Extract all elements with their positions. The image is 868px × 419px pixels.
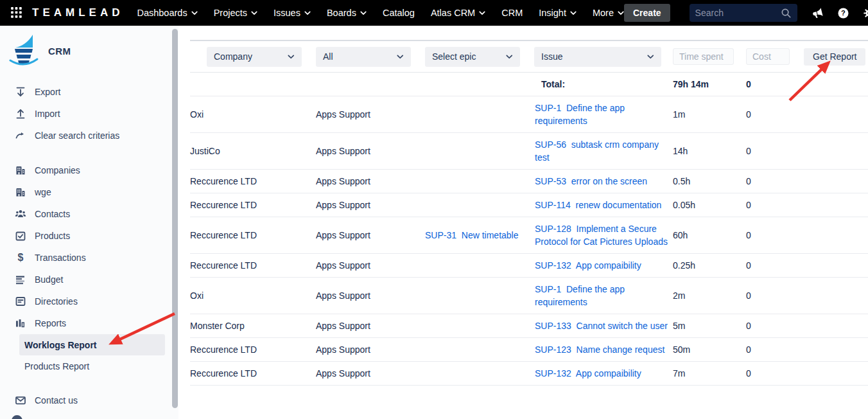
cost-cell: 0 xyxy=(746,170,810,193)
sidebar-item-clear-search-criterias[interactable]: Clear search criterias xyxy=(0,125,178,147)
issue-link[interactable]: SUP-1 Define the app requirements xyxy=(535,284,627,307)
epic-cell xyxy=(425,170,535,193)
issue-filter-select[interactable]: Issue xyxy=(534,47,661,67)
project-cell: Apps Support xyxy=(316,362,425,386)
chevron-down-icon xyxy=(570,11,577,15)
issue-link[interactable]: SUP-1 Define the app requirements xyxy=(535,103,627,126)
time-spent-cell: 50m xyxy=(673,338,746,362)
issue-cell: SUP-1 Define the app requirements xyxy=(535,278,673,314)
epic-filter-select[interactable]: Select epic xyxy=(425,47,520,67)
issue-link[interactable]: SUP-53 error on the screen xyxy=(535,176,647,186)
epic-link[interactable]: SUP-31 New timetable xyxy=(425,230,519,240)
sidebar-item-label: Products Report xyxy=(24,361,89,371)
sidebar-item-companies[interactable]: Companies xyxy=(0,159,178,181)
issue-link[interactable]: SUP-128 Implement a Secure Protocol for … xyxy=(535,224,668,247)
issue-cell: SUP-123 Name change request xyxy=(535,338,673,362)
table-row: Reccurence LTD Apps Support SUP-132 App … xyxy=(190,362,868,386)
time-spent-input[interactable] xyxy=(673,48,734,65)
total-cost: 0 xyxy=(746,73,810,96)
company-cell: Reccurence LTD xyxy=(190,217,316,254)
issue-link[interactable]: SUP-56 subtask crm company test xyxy=(535,139,661,163)
sidebar-menu: Export Import Clear search criterias Com… xyxy=(0,81,178,411)
project-cell: Apps Support xyxy=(316,170,425,193)
nav-item-projects[interactable]: Projects xyxy=(214,8,257,18)
settings-gear-icon[interactable] xyxy=(863,7,868,19)
get-report-button[interactable]: Get Report xyxy=(804,48,865,66)
transactions-icon: $ xyxy=(14,251,27,264)
sidebar-item-contacts[interactable]: Contacts xyxy=(0,203,178,225)
sidebar-item-budget[interactable]: Budget xyxy=(0,269,178,290)
global-search[interactable] xyxy=(690,4,797,22)
export-icon xyxy=(14,85,27,98)
project-filter-value: All xyxy=(323,51,333,62)
nav-item-crm[interactable]: CRM xyxy=(501,8,523,18)
issue-link[interactable]: SUP-132 App compaibility xyxy=(535,260,641,271)
help-circle-icon[interactable] xyxy=(12,415,22,419)
table-row: Oxi Apps Support SUP-1 Define the app re… xyxy=(190,96,868,133)
search-icon[interactable] xyxy=(781,8,792,19)
mail-icon xyxy=(14,394,27,407)
sidebar-item-wge[interactable]: wge xyxy=(0,181,178,203)
crm-sidebar: CRM Export Import Clear search criterias… xyxy=(0,26,178,419)
sidebar-item-directories[interactable]: Directories xyxy=(0,290,178,312)
sidebar-item-transactions[interactable]: $ Transactions xyxy=(0,247,178,269)
nav-item-label: Issues xyxy=(273,8,300,18)
time-spent-cell: 5m xyxy=(673,314,746,338)
directories-icon xyxy=(14,295,27,308)
time-spent-cell: 7m xyxy=(673,362,746,386)
sidebar-item-label: Contact us xyxy=(35,395,78,406)
company-cell: JustiCo xyxy=(190,133,316,170)
sidebar-scrollbar[interactable] xyxy=(172,29,178,408)
sidebar-item-reports[interactable]: Reports xyxy=(0,312,178,334)
issue-link[interactable]: SUP-132 App compaibility xyxy=(535,368,641,379)
nav-item-issues[interactable]: Issues xyxy=(273,8,311,18)
main-nav: Dashboards Projects Issues Boards Catalo… xyxy=(137,8,624,18)
nav-item-dashboards[interactable]: Dashboards xyxy=(137,8,197,18)
svg-text:?: ? xyxy=(841,9,846,17)
company-filter-select[interactable]: Company xyxy=(207,47,302,67)
nav-item-insight[interactable]: Insight xyxy=(539,8,577,18)
cost-cell: 0 xyxy=(746,217,810,254)
top-navbar: TEAMLEAD Dashboards Projects Issues Boar… xyxy=(0,0,868,26)
reports-icon xyxy=(14,317,27,330)
sidebar-item-import[interactable]: Import xyxy=(0,103,178,125)
time-spent-cell: 60h xyxy=(673,217,746,254)
issue-cell: SUP-53 error on the screen xyxy=(535,170,673,193)
sidebar-item-worklogs-report[interactable]: Worklogs Report xyxy=(19,334,165,355)
epic-cell: SUP-31 New timetable xyxy=(425,217,535,254)
nav-item-label: Boards xyxy=(327,8,356,18)
total-time-spent: 79h 14m xyxy=(673,73,746,96)
search-input[interactable] xyxy=(695,8,781,18)
nav-item-boards[interactable]: Boards xyxy=(327,8,367,18)
nav-item-label: Projects xyxy=(214,8,247,18)
sidebar-item-products[interactable]: Products xyxy=(0,225,178,247)
project-cell: Apps Support xyxy=(316,133,425,170)
sidebar-item-products-report[interactable]: Products Report xyxy=(19,355,165,377)
brand-wordmark[interactable]: TEAMLEAD xyxy=(32,6,123,19)
project-cell: Apps Support xyxy=(316,217,425,254)
company-filter-value: Company xyxy=(214,51,252,62)
time-spent-cell: 2m xyxy=(673,278,746,314)
issue-link[interactable]: SUP-123 Name change request xyxy=(535,344,664,355)
sidebar-item-contact-us[interactable]: Contact us xyxy=(0,389,178,411)
table-row: Oxi Apps Support SUP-1 Define the app re… xyxy=(190,278,868,314)
crm-logo-label: CRM xyxy=(48,46,71,57)
issue-link[interactable]: SUP-114 renew documentation xyxy=(535,200,661,210)
nav-item-catalog[interactable]: Catalog xyxy=(383,8,415,18)
nav-item-atlas-crm[interactable]: Atlas CRM xyxy=(431,8,485,18)
project-filter-select[interactable]: All xyxy=(316,47,411,67)
create-button[interactable]: Create xyxy=(624,4,670,22)
sidebar-item-label: Transactions xyxy=(35,253,86,263)
cost-cell: 0 xyxy=(746,314,810,338)
issue-link[interactable]: SUP-133 Cannot switch the user xyxy=(535,321,668,331)
cost-input[interactable] xyxy=(746,48,790,65)
company-cell: Reccurence LTD xyxy=(190,338,316,362)
nav-item-more[interactable]: More xyxy=(593,8,624,18)
app-switcher-icon[interactable] xyxy=(10,6,23,19)
announcement-icon[interactable] xyxy=(812,7,824,19)
sidebar-item-export[interactable]: Export xyxy=(0,81,178,103)
help-icon[interactable]: ? xyxy=(837,7,849,19)
issue-cell: SUP-132 App compaibility xyxy=(535,362,673,386)
crm-logo: CRM xyxy=(0,26,178,81)
sidebar-item-label: Products xyxy=(35,231,70,241)
